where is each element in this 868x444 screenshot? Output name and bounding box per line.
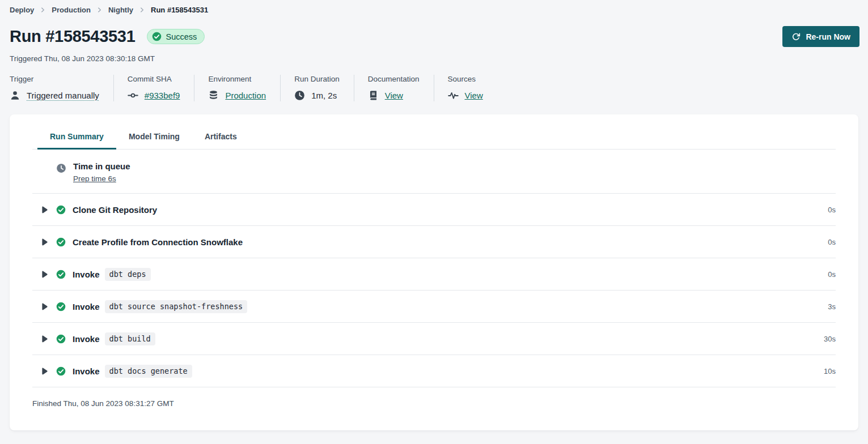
- success-check-icon: [56, 205, 66, 215]
- expand-triangle-icon[interactable]: [41, 303, 48, 310]
- success-check-icon: [56, 334, 66, 344]
- triggered-timestamp: Triggered Thu, 08 Jun 2023 08:30:18 GMT: [10, 54, 859, 63]
- step-label: Invoke: [73, 270, 100, 279]
- step-row-invoke-dbt-build[interactable]: Invoke dbt build 30s: [32, 323, 836, 355]
- status-badge: Success: [147, 29, 205, 44]
- breadcrumb-current: Run #158543531: [151, 6, 208, 14]
- step-row-create-profile-from-connection-snowflake[interactable]: Create Profile from Connection Snowflake…: [32, 226, 836, 258]
- step-row-invoke-dbt-docs-generate[interactable]: Invoke dbt docs generate 10s: [32, 355, 836, 387]
- step-command: dbt deps: [105, 268, 151, 281]
- expand-triangle-icon[interactable]: [41, 368, 48, 375]
- meta-value-commit-sha[interactable]: #933bef9: [145, 91, 180, 100]
- meta-value-run-duration: 1m, 2s: [311, 91, 337, 100]
- queue-info: Time in queue Prep time 6s: [73, 161, 130, 183]
- meta-label: Run Duration: [294, 75, 340, 83]
- chevron-right-icon: [40, 7, 46, 13]
- tab-run-summary[interactable]: Run Summary: [37, 128, 116, 149]
- meta-label: Commit SHA: [128, 75, 180, 83]
- meta-value-sources[interactable]: View: [465, 91, 483, 100]
- run-meta-row: Trigger Triggered manually Commit SHA #9…: [10, 75, 859, 101]
- queue-row: Time in queue Prep time 6s: [32, 150, 836, 194]
- expand-triangle-icon[interactable]: [41, 238, 48, 246]
- tab-artifacts[interactable]: Artifacts: [192, 128, 249, 149]
- status-badge-label: Success: [166, 32, 197, 41]
- meta-label: Documentation: [368, 75, 420, 83]
- meta-column-documentation: Documentation View: [368, 75, 434, 101]
- step-duration: 0s: [828, 238, 836, 246]
- expand-triangle-icon[interactable]: [41, 335, 48, 343]
- meta-column-sources: Sources View: [448, 75, 497, 101]
- breadcrumb: DeployProductionNightlyRun #158543531: [10, 6, 859, 14]
- step-row-invoke-dbt-source-snapshot-freshness[interactable]: Invoke dbt source snapshot-freshness 3s: [32, 291, 836, 323]
- step-duration: 3s: [828, 302, 836, 311]
- meta-value-environment[interactable]: Production: [225, 91, 266, 100]
- success-check-icon: [152, 32, 162, 41]
- tab-model-timing[interactable]: Model Timing: [116, 128, 192, 149]
- meta-value-documentation[interactable]: View: [385, 91, 403, 100]
- meta-value: Production: [208, 89, 266, 101]
- success-check-icon: [56, 237, 66, 247]
- step-row-clone-git-repository[interactable]: Clone Git Repository 0s: [32, 194, 836, 226]
- chevron-right-icon: [139, 7, 145, 13]
- step-command: dbt build: [105, 332, 155, 345]
- clock-icon: [56, 163, 66, 173]
- title-row: Run #158543531 Success Re-run Now: [10, 26, 859, 47]
- breadcrumb-item-production[interactable]: Production: [52, 6, 91, 14]
- tab-bar: Run SummaryModel TimingArtifacts: [32, 114, 836, 150]
- meta-column-commit-sha: Commit SHA #933bef9: [128, 75, 195, 101]
- run-detail-header: DeployProductionNightlyRun #158543531 Ru…: [0, 0, 868, 101]
- meta-label: Trigger: [10, 75, 99, 83]
- meta-value: 1m, 2s: [294, 89, 340, 101]
- finished-timestamp: Finished Thu, 08 Jun 2023 08:31:27 GMT: [32, 387, 836, 422]
- expand-triangle-icon[interactable]: [41, 271, 48, 278]
- meta-column-environment: Environment Production: [208, 75, 281, 101]
- page-title: Run #158543531: [10, 27, 136, 46]
- meta-value: View: [448, 89, 483, 101]
- user-icon: [10, 90, 20, 101]
- step-label: Create Profile from Connection Snowflake: [73, 237, 243, 247]
- breadcrumb-item-deploy[interactable]: Deploy: [10, 6, 34, 14]
- step-row-invoke-dbt-deps[interactable]: Invoke dbt deps 0s: [32, 258, 836, 291]
- meta-value: Triggered manually: [10, 89, 99, 101]
- pulse-icon: [448, 90, 459, 101]
- step-command: dbt source snapshot-freshness: [105, 300, 248, 313]
- prep-time-link[interactable]: Prep time 6s: [73, 174, 116, 183]
- step-label: Invoke: [73, 334, 100, 344]
- chevron-right-icon: [96, 7, 103, 13]
- step-duration: 30s: [824, 335, 836, 343]
- step-duration: 0s: [828, 206, 836, 214]
- meta-column-run-duration: Run Duration 1m, 2s: [294, 75, 354, 101]
- breadcrumb-item-nightly[interactable]: Nightly: [108, 6, 133, 14]
- rerun-now-label: Re-run Now: [806, 32, 850, 41]
- meta-label: Environment: [208, 75, 266, 83]
- meta-value-trigger[interactable]: Triggered manually: [27, 91, 99, 100]
- meta-value: #933bef9: [128, 89, 180, 101]
- step-duration: 0s: [828, 270, 836, 279]
- run-summary-content: Time in queue Prep time 6s Clone Git Rep…: [32, 150, 836, 387]
- meta-value: View: [368, 89, 420, 101]
- refresh-icon: [791, 32, 801, 41]
- step-duration: 10s: [824, 367, 836, 375]
- success-check-icon: [56, 302, 66, 311]
- run-detail-card: Run SummaryModel TimingArtifacts Time in…: [10, 114, 858, 430]
- clock-icon: [294, 90, 305, 101]
- meta-label: Sources: [448, 75, 483, 83]
- database-icon: [208, 90, 219, 101]
- step-command: dbt docs generate: [105, 365, 192, 378]
- rerun-now-button[interactable]: Re-run Now: [782, 26, 859, 47]
- success-check-icon: [56, 270, 66, 279]
- book-icon: [368, 90, 379, 101]
- expand-triangle-icon[interactable]: [41, 206, 48, 214]
- meta-column-trigger: Trigger Triggered manually: [10, 75, 114, 101]
- commit-icon: [128, 90, 138, 101]
- step-list: Clone Git Repository 0s Create Profile f…: [32, 194, 836, 387]
- success-check-icon: [56, 366, 66, 376]
- step-label: Invoke: [73, 302, 100, 311]
- queue-title: Time in queue: [73, 161, 130, 171]
- step-label: Invoke: [73, 366, 100, 376]
- step-label: Clone Git Repository: [73, 205, 157, 215]
